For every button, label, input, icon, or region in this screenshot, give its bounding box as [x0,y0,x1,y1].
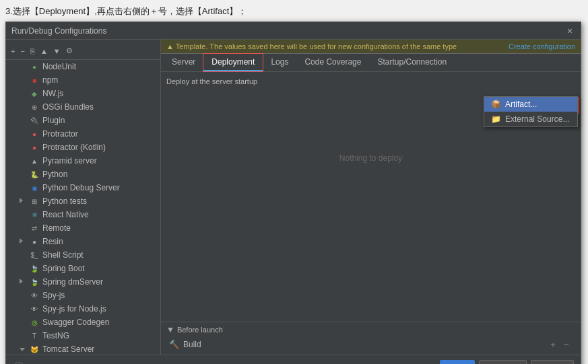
sidebar-item-swagger[interactable]: ◎ Swagger Codegen [6,316,160,329]
tab-server[interactable]: Server [164,54,203,71]
sidebar-item-python[interactable]: 🐍 Python [6,168,160,181]
sidebar-item-react[interactable]: ⚛ React Native [6,208,160,221]
move-up-button[interactable]: ▲ [38,46,50,57]
dropdown-external[interactable]: 📁 External Source... [484,112,577,126]
dialog-title: Run/Debug Configurations [11,26,106,36]
sidebar-item-tomcat[interactable]: 🐱 Tomcat Server [6,342,160,355]
dialog-body: + − ⎘ ▲ ▼ ⚙ ● NodeUnit ■ npm [6,40,581,355]
plugin-icon: 🔌 [29,115,40,126]
ok-button[interactable]: OK [440,360,474,365]
before-launch-remove-button[interactable]: − [560,338,573,351]
sidebar-item-springboot[interactable]: 🍃 Spring Boot [6,262,160,275]
sidebar-item-pytest[interactable]: ⊞ Python tests [6,194,160,208]
sidebar-item-springdm[interactable]: 🍃 Spring dmServer [6,275,160,289]
sidebar-item-plugin[interactable]: 🔌 Plugin [6,114,160,127]
build-label: Build [183,340,201,349]
add-config-button[interactable]: + [9,46,17,57]
before-launch-btns: + − [547,338,573,351]
move-down-button[interactable]: ▼ [51,46,63,57]
sidebar-item-shell[interactable]: $_ Shell Script [6,248,160,262]
sidebar-item-npm[interactable]: ■ npm [6,73,160,87]
osgi-icon: ⊕ [29,102,40,112]
spyjs-icon: 👁 [29,290,40,301]
expand-arrow-icon [20,346,29,353]
spyjs-node-icon: 👁 [29,303,40,314]
close-button[interactable]: × [564,26,575,36]
sidebar-item-testng[interactable]: T TestNG [6,329,160,342]
expand-arrow-icon [20,279,29,285]
expand-arrow-icon [20,198,29,205]
warning-text: ▲ Template. The values saved here will b… [166,42,457,50]
template-warning: ▲ Template. The values saved here will b… [161,40,581,54]
sidebar-item-spyjs[interactable]: 👁 Spy-js [6,289,160,302]
create-config-link[interactable]: Create configuration [509,42,575,50]
tabs-bar: Server Deployment Logs Code Coverage Sta… [161,54,581,72]
dropdown-menu: 📦 Artifact... 📁 External Source... [484,96,578,127]
sidebar-item-pydebug[interactable]: ◉ Python Debug Server [6,181,160,194]
before-launch-header: ▼ Before launch [166,325,575,334]
main-content: ▲ Template. The values saved here will b… [161,40,581,355]
pytest-icon: ⊞ [29,196,40,207]
build-item: 🔨 Build [169,340,201,349]
shell-icon: $_ [29,250,40,260]
sidebar-toolbar: + − ⎘ ▲ ▼ ⚙ [6,42,160,60]
tab-content-deployment: Deploy at the server startup + − 📦 Artif… [161,72,581,355]
resin-icon: ● [29,236,40,247]
nodeunit-icon: ● [29,61,40,72]
external-icon: 📁 [491,114,501,124]
before-launch-section: ▼ Before launch 🔨 Build + − [161,322,581,355]
springdm-icon: 🍃 [29,277,40,287]
cancel-button[interactable]: Cancel [479,360,527,365]
before-launch-add-button[interactable]: + [547,338,559,351]
before-launch-title: Before launch [177,326,223,334]
tab-logs[interactable]: Logs [263,54,296,71]
sidebar-item-nwjs[interactable]: ◆ NW.js [6,87,160,100]
tomcat-icon: 🐱 [29,344,40,355]
sidebar-item-pyramid[interactable]: ▲ Pyramid server [6,154,160,168]
before-launch-row: 🔨 Build + − [166,337,575,352]
dialog: Run/Debug Configurations × + − ⎘ ▲ ▼ ⚙ ● [5,22,581,364]
sidebar-item-osgi[interactable]: ⊕ OSGi Bundles [6,100,160,114]
collapse-icon[interactable]: ▼ [166,325,174,334]
dialog-footer: ? OK Cancel Apply [6,355,581,364]
help-button[interactable]: ? [13,362,25,365]
sidebar-item-spyjs-node[interactable]: 👁 Spy-js for Node.js [6,302,160,316]
page-wrapper: 3.选择【Deployment】,再点击右侧的＋号，选择【Artifact】； … [0,0,588,364]
copy-config-button[interactable]: ⎘ [28,46,37,57]
react-icon: ⚛ [29,209,40,220]
tab-deployment[interactable]: Deployment [203,54,263,71]
deploy-label: Deploy at the server startup [166,77,575,85]
swagger-icon: ◎ [29,317,40,328]
tab-startup[interactable]: Startup/Connection [369,54,455,71]
protractor-kotlin-icon: ● [29,142,40,153]
apply-button[interactable]: Apply [531,360,574,365]
sidebar-item-nodeunit[interactable]: ● NodeUnit [6,60,160,73]
sidebar-item-protractor-kotlin[interactable]: ● Protractor (Kotlin) [6,141,160,154]
empty-deploy-text: Nothing to deploy [339,153,402,163]
python-icon: 🐍 [29,169,40,180]
sidebar-item-protractor[interactable]: ● Protractor [6,127,160,141]
remote-icon: ⇌ [29,223,40,233]
npm-icon: ■ [29,75,40,85]
pydebug-icon: ◉ [29,182,40,193]
expand-arrow-icon [20,238,29,245]
testng-icon: T [29,330,40,341]
sidebar-item-resin[interactable]: ● Resin [6,235,160,248]
sidebar: + − ⎘ ▲ ▼ ⚙ ● NodeUnit ■ npm [6,40,161,355]
pyramid-icon: ▲ [29,155,40,166]
springboot-icon: 🍃 [29,263,40,274]
build-icon: 🔨 [169,340,179,349]
protractor-icon: ● [29,129,40,139]
settings-button[interactable]: ⚙ [64,45,75,57]
artifact-icon: 📦 [491,100,501,109]
nwjs-icon: ◆ [29,88,40,99]
dropdown-artifact[interactable]: 📦 Artifact... [484,97,577,112]
dialog-titlebar: Run/Debug Configurations × [6,22,581,40]
remove-config-button[interactable]: − [18,46,26,57]
sidebar-item-remote[interactable]: ⇌ Remote [6,221,160,235]
tab-coverage[interactable]: Code Coverage [296,54,369,71]
instruction-text: 3.选择【Deployment】,再点击右侧的＋号，选择【Artifact】； [5,5,583,17]
footer-buttons: OK Cancel Apply [440,360,574,365]
